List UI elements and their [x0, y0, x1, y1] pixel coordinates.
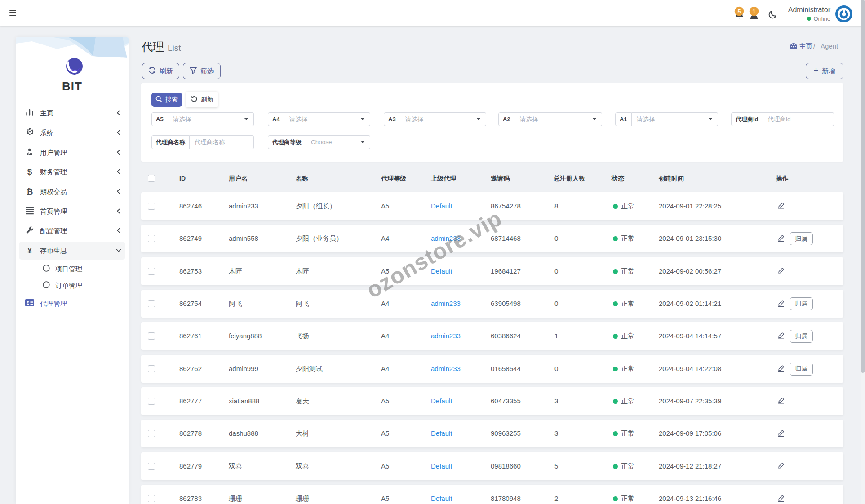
svg-text:5: 5 — [738, 9, 741, 15]
svg-text:1: 1 — [753, 9, 756, 15]
